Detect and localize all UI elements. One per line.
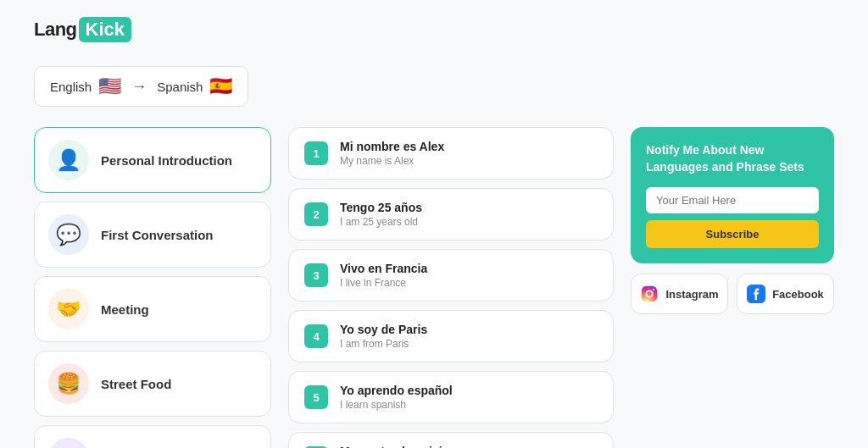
phrase-content-1: Mi nombre es Alex My name is Alex: [340, 140, 444, 167]
phrase-english-2: I am 25 years old: [340, 216, 422, 228]
facebook-icon: [747, 285, 765, 303]
phrases-column: 1 Mi nombre es Alex My name is Alex 2 Te…: [288, 127, 614, 448]
phrase-number-3: 3: [304, 263, 328, 287]
language-selector[interactable]: English 🇺🇸 → Spanish 🇪🇸: [34, 66, 248, 107]
phrase-content-2: Tengo 25 años I am 25 years old: [340, 201, 422, 228]
category-card-meeting[interactable]: 🤝 Meeting: [34, 276, 271, 342]
phrase-number-4: 4: [304, 324, 328, 348]
social-card-instagram[interactable]: Instagram: [631, 274, 728, 314]
category-card-first-conversation[interactable]: 💬 First Conversation: [34, 202, 271, 268]
social-label-facebook: Facebook: [772, 288, 824, 301]
category-icon-personal-introduction: 👤: [48, 140, 89, 180]
phrase-spanish-6: Me gustan los viajes: [340, 445, 455, 448]
logo-kick: Kick: [79, 17, 131, 42]
arrow-icon: →: [131, 78, 147, 96]
phrase-content-6: Me gustan los viajes I like to travel: [340, 445, 455, 448]
phrase-card-2[interactable]: 2 Tengo 25 años I am 25 years old: [288, 188, 614, 241]
phrase-spanish-3: Vivo en Francia: [340, 262, 427, 275]
phrase-card-6[interactable]: 6 Me gustan los viajes I like to travel: [288, 432, 614, 448]
phrase-card-1[interactable]: 1 Mi nombre es Alex My name is Alex: [288, 127, 614, 180]
phrase-number-2: 2: [304, 202, 328, 226]
category-icon-at-the-restaurant: 🍽️: [48, 438, 89, 448]
category-icon-first-conversation: 💬: [48, 214, 89, 255]
instagram-icon: [640, 285, 659, 303]
category-card-street-food[interactable]: 🍔 Street Food: [34, 351, 271, 417]
category-icon-meeting: 🤝: [48, 289, 89, 329]
phrase-english-3: I live in France: [340, 277, 427, 289]
phrase-spanish-2: Tengo 25 años: [340, 201, 422, 214]
to-language: Spanish 🇪🇸: [157, 75, 232, 97]
notify-card: Notify Me About New Languages and Phrase…: [631, 127, 834, 263]
phrase-english-4: I am from Paris: [340, 338, 427, 350]
from-flag: 🇺🇸: [98, 75, 121, 97]
from-lang-label: English: [50, 80, 92, 94]
svg-rect-0: [642, 286, 657, 301]
to-flag: 🇪🇸: [209, 75, 232, 97]
phrase-card-4[interactable]: 4 Yo soy de Paris I am from Paris: [288, 310, 614, 362]
notify-title: Notify Me About New Languages and Phrase…: [646, 142, 819, 175]
right-column: Notify Me About New Languages and Phrase…: [631, 127, 834, 314]
category-label-street-food: Street Food: [101, 377, 171, 391]
phrase-number-1: 1: [304, 141, 328, 165]
logo-lang: Lang: [34, 19, 77, 41]
phrase-content-3: Vivo en Francia I live in France: [340, 262, 427, 289]
phrase-card-3[interactable]: 3 Vivo en Francia I live in France: [288, 249, 614, 301]
phrase-spanish-1: Mi nombre es Alex: [340, 140, 444, 153]
phrase-number-5: 5: [304, 385, 328, 409]
phrase-spanish-4: Yo soy de Paris: [340, 323, 427, 336]
main-content: 👤 Personal Introduction 💬 First Conversa…: [34, 127, 834, 448]
from-language: English 🇺🇸: [50, 75, 121, 97]
email-input[interactable]: [646, 187, 819, 213]
phrase-english-5: I learn spanish: [340, 399, 453, 411]
svg-point-2: [653, 289, 654, 290]
subscribe-button[interactable]: Subscribe: [646, 220, 819, 248]
social-row: Instagram Facebook: [631, 274, 834, 314]
categories-column: 👤 Personal Introduction 💬 First Conversa…: [34, 127, 271, 448]
category-label-personal-introduction: Personal Introduction: [101, 153, 232, 168]
header: Lang Kick: [34, 17, 834, 42]
phrase-spanish-5: Yo aprendo español: [340, 384, 453, 397]
social-card-facebook[interactable]: Facebook: [737, 274, 834, 314]
category-label-first-conversation: First Conversation: [101, 228, 214, 242]
category-label-meeting: Meeting: [101, 302, 149, 317]
phrase-content-5: Yo aprendo español I learn spanish: [340, 384, 453, 411]
category-card-at-the-restaurant[interactable]: 🍽️ At the Restaurant: [34, 425, 271, 448]
social-label-instagram: Instagram: [665, 288, 718, 301]
category-card-personal-introduction[interactable]: 👤 Personal Introduction: [34, 127, 271, 193]
phrase-english-1: My name is Alex: [340, 155, 444, 167]
to-lang-label: Spanish: [157, 80, 203, 94]
phrase-card-5[interactable]: 5 Yo aprendo español I learn spanish: [288, 371, 614, 423]
category-icon-street-food: 🍔: [48, 363, 89, 404]
phrase-content-4: Yo soy de Paris I am from Paris: [340, 323, 427, 350]
